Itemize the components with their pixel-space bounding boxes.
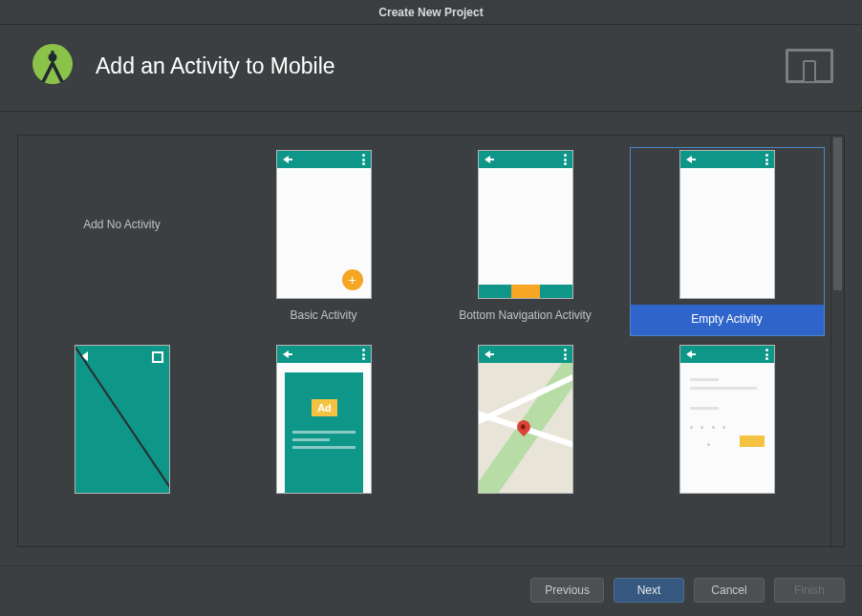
back-arrow-icon: [686, 350, 692, 358]
template-basic-activity[interactable]: + Basic Activity: [226, 147, 421, 336]
template-fullscreen-activity[interactable]: [25, 342, 220, 527]
back-arrow-icon: [686, 156, 692, 163]
template-label: [431, 494, 620, 524]
overflow-menu-icon: [362, 154, 365, 165]
finish-button[interactable]: Finish: [774, 578, 845, 603]
template-bottom-navigation-activity[interactable]: Bottom Navigation Activity: [428, 147, 623, 336]
window-title: Create New Project: [0, 0, 862, 25]
page-title: Add an Activity to Mobile: [96, 53, 786, 79]
template-login-activity[interactable]: [630, 342, 825, 527]
scrollbar-thumb[interactable]: [833, 138, 842, 290]
login-button-icon: [740, 435, 765, 447]
template-label: Empty Activity: [631, 305, 824, 335]
ad-badge-icon: Ad: [312, 399, 337, 416]
overflow-menu-icon: [765, 349, 768, 360]
previous-button[interactable]: Previous: [530, 578, 604, 603]
back-arrow-icon: [283, 350, 289, 358]
template-add-no-activity[interactable]: Add No Activity: [25, 147, 220, 336]
template-label: [28, 494, 217, 524]
overflow-menu-icon: [765, 154, 768, 165]
wizard-footer: Previous Next Cancel Finish: [0, 565, 862, 616]
cancel-button[interactable]: Cancel: [694, 578, 765, 603]
overflow-menu-icon: [564, 349, 567, 360]
template-label: Add No Activity: [75, 150, 170, 299]
bottom-nav-icon: [479, 285, 572, 298]
svg-rect-2: [52, 51, 54, 57]
map-icon: [479, 363, 572, 493]
template-label: Bottom Navigation Activity: [431, 299, 620, 329]
back-arrow-icon: [485, 350, 490, 358]
device-mobile-icon: [786, 49, 833, 83]
back-arrow-icon: [283, 156, 289, 163]
vertical-scrollbar[interactable]: [831, 135, 845, 547]
template-label: [229, 494, 419, 524]
template-empty-activity[interactable]: Empty Activity: [630, 147, 825, 336]
template-label: [633, 494, 822, 524]
android-studio-logo-icon: [29, 42, 76, 90]
wizard-header: Add an Activity to Mobile: [0, 25, 862, 112]
overflow-menu-icon: [362, 349, 365, 360]
template-label: Basic Activity: [229, 299, 419, 329]
fab-icon: +: [342, 269, 363, 290]
template-admob-ads-activity[interactable]: Ad: [226, 342, 421, 527]
next-button[interactable]: Next: [614, 578, 684, 603]
fullscreen-icon: [152, 351, 163, 363]
activity-template-grid: Add No Activity + Basic Activity: [17, 135, 831, 547]
back-arrow-icon: [485, 156, 490, 163]
template-google-maps-activity[interactable]: [428, 342, 623, 527]
overflow-menu-icon: [564, 154, 567, 165]
